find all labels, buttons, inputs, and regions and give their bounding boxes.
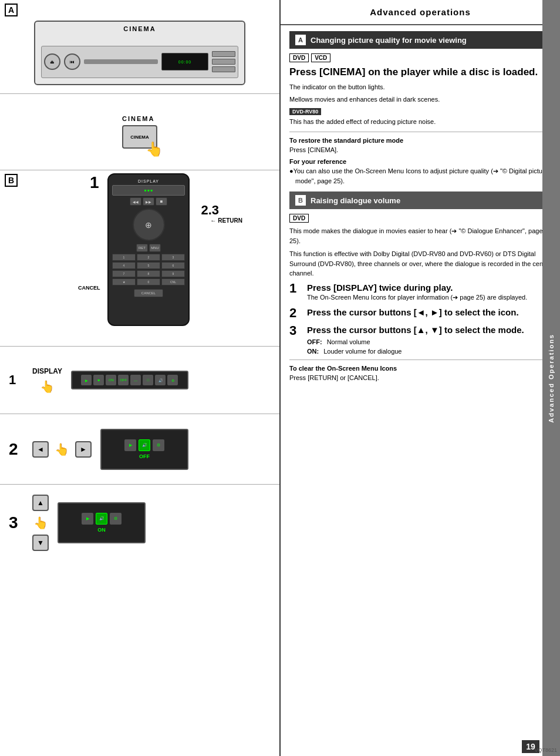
section-b-title: Raising dialogue volume <box>311 196 400 205</box>
sidebar-strip: Advanced Operations <box>542 0 560 756</box>
section-b-heading: B Raising dialogue volume <box>289 191 551 209</box>
sidebar-text: Advanced Operations <box>548 334 555 423</box>
dvd-note2: This function is effective with Dolby Di… <box>289 249 551 278</box>
section-a-heading: A Changing picture quality for movie vie… <box>289 31 551 49</box>
on-desc: Louder volume for dialogue <box>323 348 402 355</box>
cursor-buttons-lr: ◄ 👆 ► <box>32 441 92 458</box>
step-item-3: 3 Press the cursor buttons [▲, ▼] to sel… <box>289 324 551 355</box>
display-bar: ▶ ■ ON OFF ⋯ □ 🔊 ⚙ <box>71 371 188 389</box>
cancel-label: CANCEL <box>78 285 100 291</box>
off-label: OFF: <box>307 338 322 345</box>
step1-text: Press [DISPLAY] twice during play. <box>307 282 551 294</box>
step-item-2: 2 Press the cursor buttons [◄, ►] to sel… <box>289 307 551 320</box>
cursor-buttons-ud: ▲ 👆 ▼ <box>32 495 49 551</box>
step-3-num: 3 <box>9 513 23 532</box>
reference-heading: For your reference <box>289 158 551 165</box>
page-header: Advanced operations <box>281 0 560 25</box>
section-a-badge: A <box>295 35 306 45</box>
step1-sub: The On-Screen Menu Icons for player info… <box>307 293 551 302</box>
player-btn-1: ⏏ <box>44 53 60 70</box>
remote-screen: ■ ■ ■ <box>112 185 185 196</box>
right-panel: Advanced operations A Changing picture q… <box>281 0 560 756</box>
dvd-player-illustration: CINEMA ⏏ ⏮ 00:00 <box>34 9 245 85</box>
restore-heading: To restore the standard picture mode <box>289 137 551 144</box>
reference-text: ●You can also use the On-Screen Menu Ico… <box>289 166 551 186</box>
dvdrv80-note: This has the added effect of reducing pi… <box>289 117 551 127</box>
step2-section: 2 ◄ 👆 ► ▶ 🔊 ⚙ OFF <box>0 414 279 485</box>
dvdrv80-badge: DVD-RV80 <box>289 108 321 115</box>
cinema-button-section: CINEMA CINEMA 👆 <box>0 94 279 170</box>
player-btn-2: ⏮ <box>64 53 80 70</box>
section-b-badge: B <box>295 195 306 206</box>
step-num-1: 1 <box>289 282 301 295</box>
format-badges: DVD VCD <box>289 53 551 62</box>
cinema-label: CINEMA <box>123 25 156 32</box>
screen-display-2: ▶ 🔊 ⚙ OFF <box>100 429 188 470</box>
return-label: ←RETURN <box>210 217 242 224</box>
dvd-badge-2: DVD <box>289 214 309 223</box>
remote-numpad: 123 456 789 ★0CNL <box>112 254 185 285</box>
step-1-display-num: 1 <box>9 372 23 388</box>
off-desc: Normal volume <box>327 338 370 345</box>
divider-2 <box>289 359 551 360</box>
step3-section: 3 ▲ 👆 ▼ ▶ 🔊 ⚙ ON <box>0 485 279 561</box>
down-cursor-btn: ▼ <box>32 535 49 551</box>
note2: Mellows movies and enhances detail in da… <box>289 95 551 105</box>
display-word-label: DISPLAY <box>32 367 62 375</box>
step3-text: Press the cursor buttons [▲, ▼] to selec… <box>307 324 551 336</box>
format-badges-2: DVD <box>289 214 551 223</box>
step-23-label: 2.3 <box>201 203 219 218</box>
vqt-code: VQT8621 <box>534 747 557 753</box>
section-b-label: B <box>5 174 18 187</box>
clear-text: Press [RETURN] or [CANCEL]. <box>289 373 551 383</box>
section-a-title: Changing picture quality for movie viewi… <box>311 36 467 45</box>
step2-text: Press the cursor buttons [◄, ►] to selec… <box>307 307 551 318</box>
clear-heading: To clear the On-Screen Menu Icons <box>289 365 551 372</box>
remote-nav-pad: ⊕ <box>133 209 165 241</box>
cinema-btn-label: CINEMA <box>122 115 154 122</box>
left-cursor-btn: ◄ <box>32 441 49 458</box>
note1: The indicator on the button lights. <box>289 82 551 92</box>
screen-display-3: ▶ 🔊 ⚙ ON <box>58 502 146 543</box>
divider-1 <box>289 132 551 132</box>
step-2-num: 2 <box>9 440 23 459</box>
section-a-diagram: A CINEMA ⏏ ⏮ 00:00 <box>0 0 279 94</box>
step-item-1: 1 Press [DISPLAY] twice during play. The… <box>289 282 551 303</box>
right-content: A Changing picture quality for movie vie… <box>281 25 560 756</box>
hand-cursor-icon: 👆 <box>146 141 163 157</box>
section-b-diagram: B 1 DISPLAY ■ ■ ■ ◀◀ ▶▶ ⏹ ⊕ <box>0 170 279 347</box>
step-num-2: 2 <box>289 307 301 320</box>
step-1-number: 1 <box>90 173 104 192</box>
disc-slot <box>84 59 158 64</box>
section-a-label: A <box>5 4 18 16</box>
up-cursor-btn: ▲ <box>32 495 49 511</box>
remote-top-label: DISPLAY <box>112 179 185 183</box>
step-num-3: 3 <box>289 324 301 337</box>
main-instruction: Press [CINEMA] on the player while a dis… <box>289 66 551 79</box>
page-header-title: Advanced operations <box>370 7 471 17</box>
remote-control: DISPLAY ■ ■ ■ ◀◀ ▶▶ ⏹ ⊕ RET MNU <box>107 173 190 326</box>
vcd-badge: VCD <box>311 53 330 62</box>
dvd-note: This mode makes the dialogue in movies e… <box>289 226 551 246</box>
right-cursor-btn: ► <box>75 441 92 458</box>
on-label: ON: <box>307 348 319 355</box>
restore-text: Press [CINEMA]. <box>289 145 551 155</box>
dvd-badge: DVD <box>289 53 309 62</box>
step1-display-section: 1 DISPLAY 👆 ▶ ■ ON OFF ⋯ □ 🔊 ⚙ <box>0 347 279 414</box>
left-panel: A CINEMA ⏏ ⏮ 00:00 <box>0 0 281 756</box>
player-display: 00:00 <box>161 53 208 70</box>
